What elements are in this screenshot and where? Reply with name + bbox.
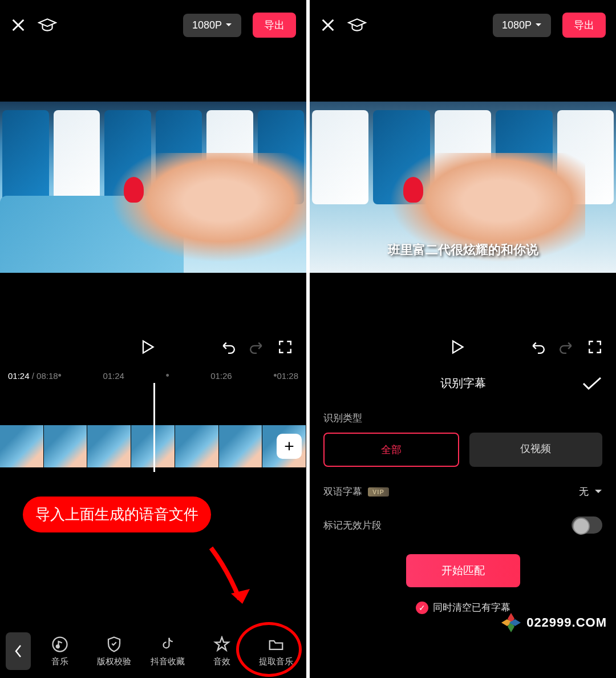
resolution-button[interactable]: 1080P xyxy=(493,14,551,37)
watermark: 022999.COM xyxy=(499,611,607,635)
item-label: 音乐 xyxy=(51,656,68,667)
annotation-arrow-icon xyxy=(205,542,257,611)
copyright-button[interactable]: 版权校验 xyxy=(90,636,139,667)
subtitle-overlay: 班里富二代很炫耀的和你说 xyxy=(388,241,538,259)
bottom-toolbar: 音乐 版权校验 抖音收藏 音效 提取音乐 xyxy=(0,624,306,678)
right-preview[interactable]: 班里富二代很炫耀的和你说 xyxy=(310,102,616,273)
left-header: 1080P 导出 xyxy=(0,0,306,50)
fullscreen-icon[interactable] xyxy=(278,340,293,354)
close-icon[interactable] xyxy=(10,17,26,33)
panel-header: 识别字幕 xyxy=(310,364,616,402)
svg-point-0 xyxy=(53,637,67,651)
start-match-button[interactable]: 开始匹配 xyxy=(406,554,520,587)
chevron-down-icon xyxy=(594,489,602,495)
mark-invalid-row: 标记无效片段 xyxy=(310,507,616,543)
type-section: 识别类型 全部 仅视频 xyxy=(310,402,616,476)
bilingual-value: 无 xyxy=(579,485,589,498)
timeline-thumbs[interactable]: + xyxy=(0,425,306,467)
resolution-button[interactable]: 1080P xyxy=(183,14,241,37)
undo-icon[interactable] xyxy=(221,340,236,354)
checkbox-checked-icon[interactable]: ✓ xyxy=(416,602,428,614)
douyin-icon xyxy=(159,636,176,653)
panel-title: 识别字幕 xyxy=(440,376,486,391)
bilingual-row[interactable]: 双语字幕 VIP 无 xyxy=(310,476,616,507)
item-label: 提取音乐 xyxy=(259,656,293,667)
star-icon xyxy=(213,636,230,653)
back-button[interactable] xyxy=(6,632,31,670)
time-mark: 01:26 xyxy=(169,371,273,381)
left-controls xyxy=(0,330,306,364)
chevron-down-icon xyxy=(535,23,542,27)
academy-icon[interactable] xyxy=(38,17,57,34)
vip-badge: VIP xyxy=(368,487,389,497)
type-video-button[interactable]: 仅视频 xyxy=(469,433,603,467)
extract-music-button[interactable]: 提取音乐 xyxy=(251,636,301,667)
item-label: 音效 xyxy=(213,656,230,667)
add-clip-button[interactable]: + xyxy=(277,434,302,459)
playhead[interactable] xyxy=(153,383,155,426)
clear-existing-label: 同时清空已有字幕 xyxy=(433,601,510,614)
academy-icon[interactable] xyxy=(347,17,367,34)
resolution-label: 1080P xyxy=(192,19,222,31)
shield-icon xyxy=(106,636,123,653)
right-header: 1080P 导出 xyxy=(310,0,616,50)
right-controls xyxy=(310,330,616,364)
music-icon xyxy=(51,636,68,653)
confirm-icon[interactable] xyxy=(582,376,602,391)
undo-icon[interactable] xyxy=(530,340,545,354)
music-button[interactable]: 音乐 xyxy=(35,636,85,667)
sfx-button[interactable]: 音效 xyxy=(197,636,247,667)
type-all-button[interactable]: 全部 xyxy=(323,433,459,467)
play-icon[interactable] xyxy=(449,339,465,355)
time-mark: 01:24 xyxy=(62,371,165,381)
playhead[interactable] xyxy=(153,421,155,472)
fullscreen-icon[interactable] xyxy=(587,340,602,354)
redo-icon xyxy=(249,340,264,354)
mark-invalid-toggle[interactable] xyxy=(572,516,602,534)
total-time: 08:18 xyxy=(37,371,58,381)
bilingual-label: 双语字幕 xyxy=(323,485,362,498)
folder-icon xyxy=(268,636,285,653)
svg-point-1 xyxy=(56,645,59,648)
time-mark: 01:28 xyxy=(277,371,298,381)
mark-invalid-label: 标记无效片段 xyxy=(323,519,382,532)
export-button[interactable]: 导出 xyxy=(562,13,606,38)
close-icon[interactable] xyxy=(320,17,336,33)
resolution-label: 1080P xyxy=(502,19,532,31)
export-button[interactable]: 导出 xyxy=(253,13,296,38)
chevron-down-icon xyxy=(225,23,232,27)
redo-icon xyxy=(559,340,574,354)
right-pane: 1080P 导出 班里富二代很炫耀的和你说 识别字幕 识别类型 全部 仅视频 xyxy=(310,0,616,678)
watermark-logo-icon xyxy=(499,611,523,635)
play-icon[interactable] xyxy=(139,339,155,355)
annotation-bubble: 导入上面生成的语音文件 xyxy=(23,497,211,532)
douyin-fav-button[interactable]: 抖音收藏 xyxy=(143,636,193,667)
left-pane: 1080P 导出 01:24 / 08:18 • 01:24 • 01:26 •… xyxy=(0,0,306,678)
watermark-text: 022999.COM xyxy=(526,615,607,630)
left-preview[interactable] xyxy=(0,102,306,273)
item-label: 抖音收藏 xyxy=(151,656,185,667)
type-label: 识别类型 xyxy=(323,411,602,425)
current-time: 01:24 xyxy=(8,371,30,381)
item-label: 版权校验 xyxy=(97,656,131,667)
